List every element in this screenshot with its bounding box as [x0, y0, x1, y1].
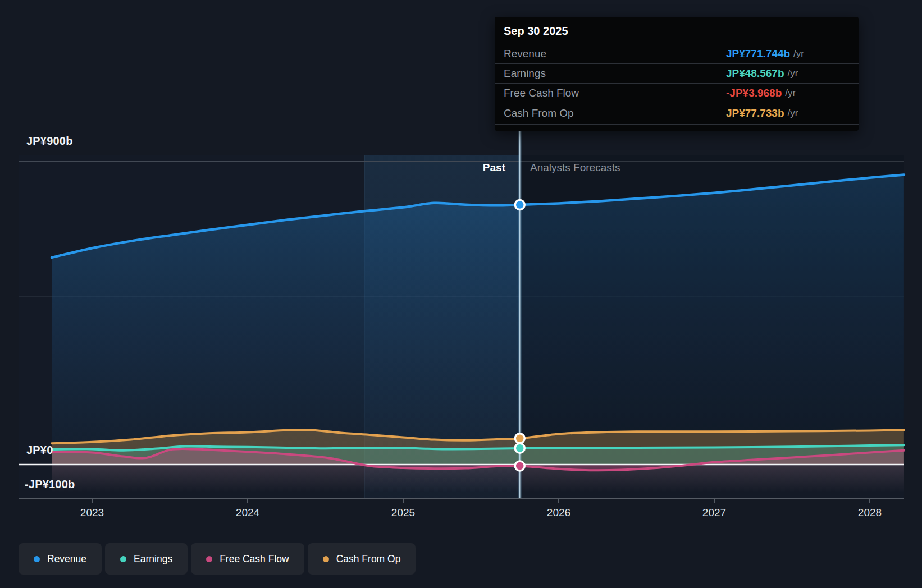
tooltip-row-earnings: Earnings JP¥48.567b /yr [495, 63, 859, 83]
tooltip-value: JP¥48.567b [726, 67, 784, 80]
x-axis-label-2027: 2027 [689, 507, 740, 519]
tooltip-value: JP¥77.733b [726, 107, 784, 120]
tooltip-value: JP¥771.744b [726, 48, 790, 60]
legend-label: Revenue [47, 553, 86, 565]
tooltip-label: Revenue [504, 48, 726, 60]
legend-label: Free Cash Flow [220, 553, 289, 565]
tooltip-label: Cash From Op [504, 107, 726, 120]
free-cash-flow-series-dot-icon [206, 556, 212, 562]
past-label: Past [483, 162, 505, 174]
tooltip-suffix: /yr [785, 88, 796, 99]
tooltip-label: Earnings [504, 67, 726, 80]
x-axis-label-2023: 2023 [67, 507, 117, 519]
tooltip-row-free-cash-flow: Free Cash Flow -JP¥3.968b /yr [495, 83, 859, 103]
legend-item-earnings[interactable]: Earnings [105, 543, 188, 575]
y-axis-label-zero: JP¥0 [26, 444, 53, 457]
y-axis-label-neg100b: -JP¥100b [25, 478, 75, 491]
tooltip-row-cash-from-op: Cash From Op JP¥77.733b /yr [495, 103, 859, 125]
legend-item-cash-from-op[interactable]: Cash From Op [308, 543, 416, 575]
earnings-series-dot-icon [120, 556, 126, 562]
x-axis-label-2028: 2028 [845, 507, 895, 519]
tooltip-suffix: /yr [788, 108, 798, 119]
legend-item-revenue[interactable]: Revenue [19, 543, 102, 575]
tooltip-suffix: /yr [788, 68, 798, 79]
x-axis-label-2024: 2024 [222, 507, 273, 519]
legend-label: Earnings [134, 553, 172, 565]
legend-label: Cash From Op [336, 553, 401, 565]
tooltip-label: Free Cash Flow [504, 87, 726, 99]
plot-layers [19, 126, 904, 503]
tooltip-date: Sep 30 2025 [495, 17, 859, 44]
tooltip-value: -JP¥3.968b [726, 87, 782, 99]
analysts-forecasts-label: Analysts Forecasts [530, 162, 620, 174]
y-axis-label-900b: JP¥900b [26, 135, 73, 148]
cash-from-op-series-dot-icon [323, 556, 329, 562]
tooltip-row-revenue: Revenue JP¥771.744b /yr [495, 44, 859, 63]
x-axis-label-2025: 2025 [378, 507, 428, 519]
page: { "axes": { "y_labels": ["JP¥900b", "JP¥… [0, 0, 922, 588]
x-axis-label-2026: 2026 [533, 507, 584, 519]
legend-item-free-cash-flow[interactable]: Free Cash Flow [191, 543, 304, 575]
tooltip-suffix: /yr [793, 48, 804, 59]
tooltip: Sep 30 2025 Revenue JP¥771.744b /yr Earn… [495, 17, 859, 131]
revenue-series-dot-icon [34, 556, 40, 562]
legend: Revenue Earnings Free Cash Flow Cash Fro… [19, 543, 416, 575]
